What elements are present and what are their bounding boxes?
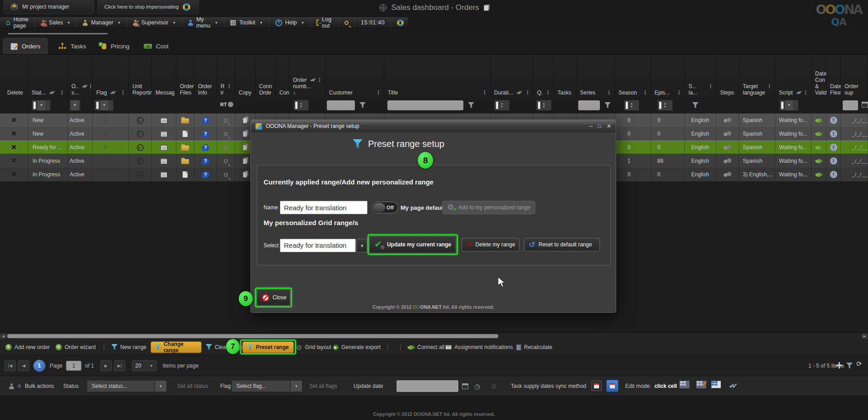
cell-dflex-row3[interactable]: !	[826, 141, 841, 154]
delete-x-icon[interactable]: ✖	[11, 116, 17, 124]
cell-dflex-row2[interactable]: !	[826, 127, 841, 141]
chevron-down-icon[interactable]: ▼	[38, 100, 45, 110]
refresh-icon[interactable]: ⟳	[856, 360, 862, 368]
alert-icon[interactable]: !	[830, 171, 837, 178]
column-menu-icon[interactable]: ⋮	[120, 90, 126, 96]
stop-impersonating-button[interactable]: Click here to stop impersonating	[98, 0, 199, 14]
new-range-button[interactable]: New range	[111, 339, 146, 355]
cell-targetlang-row3[interactable]: Spanish	[739, 141, 775, 154]
steps-icon[interactable]	[723, 118, 732, 123]
edit-mode-grid-selected-icon[interactable]	[711, 381, 721, 388]
sync-calendar-on-icon[interactable]	[606, 380, 618, 392]
maximize-icon[interactable]: □	[598, 123, 601, 129]
delete-x-icon[interactable]: ✖	[11, 130, 17, 138]
scroll-left-icon[interactable]: ◀	[0, 334, 6, 339]
clear-filters-icon[interactable]	[846, 363, 853, 369]
file-icon[interactable]	[183, 171, 188, 178]
select-status-caret[interactable]: ▼	[155, 380, 167, 392]
cell-ordersup-row5[interactable]: _/_/___	[841, 168, 868, 181]
cell-dcv-row3[interactable]	[811, 141, 826, 154]
col-header-flag[interactable]: Flag✔✔⋮	[93, 55, 129, 98]
last-page-button[interactable]: ▶|	[114, 360, 125, 371]
cell-script-row2[interactable]: Waiting fo...	[775, 127, 811, 141]
cell-sla-row4[interactable]: English	[685, 154, 717, 168]
chevron-down-icon[interactable]: ▼	[785, 100, 793, 110]
add-to-personalized-range-button[interactable]: ⚙+ Add to my personalized range	[442, 201, 535, 214]
recalculate-button[interactable]: Recalculate	[516, 339, 552, 355]
column-menu-icon[interactable]: ⋮	[376, 90, 381, 96]
cell-dcv-row2[interactable]	[811, 127, 826, 141]
alert-icon[interactable]: !	[830, 157, 837, 165]
col-header-delete[interactable]: Delete	[0, 55, 28, 98]
cell-os-row2[interactable]: Active	[68, 127, 93, 141]
cell-messages-row1[interactable]	[152, 113, 176, 127]
cell-messages-row2[interactable]	[152, 127, 176, 141]
add-new-order-button[interactable]: + Add new order	[5, 339, 50, 355]
flag-icon[interactable]: ⚐	[103, 130, 108, 137]
tab-cost[interactable]: Cost	[137, 38, 175, 54]
cell-dflex-row5[interactable]: !	[826, 168, 841, 181]
alert-icon[interactable]: !	[830, 117, 837, 124]
connect-all-button[interactable]: Connect all	[408, 339, 444, 355]
col-header-durati[interactable]: Durati...✔✔⋮	[491, 55, 533, 98]
unit-reporting-badge-icon[interactable]	[137, 117, 144, 124]
assignment-notifications-button[interactable]: Assignment notifications	[445, 339, 513, 355]
cell-status-row2[interactable]: New	[28, 127, 68, 141]
question-icon[interactable]: ?	[202, 158, 209, 165]
menu-manager[interactable]: Manager ▼	[77, 17, 127, 28]
spin-down-icon[interactable]: ▼	[630, 105, 633, 109]
cell-orderfiles-row3[interactable]	[176, 141, 194, 154]
col-header-dcv[interactable]: DateCon&Valid	[811, 55, 826, 98]
filter-funnel-icon[interactable]	[692, 102, 698, 109]
clock-icon[interactable]: ◷	[474, 376, 480, 396]
delete-x-icon[interactable]: ✖	[11, 170, 17, 179]
cell-flag-row5[interactable]: ⚐	[93, 168, 129, 181]
column-menu-icon[interactable]: ⋮	[767, 83, 772, 90]
cell-orderinfo-row5[interactable]: ?	[194, 168, 217, 181]
filter-input[interactable]	[578, 100, 600, 110]
gear-icon[interactable]: ⚙	[491, 376, 497, 396]
spin-down-icon[interactable]: ▼	[664, 105, 666, 109]
double-check-icon[interactable]: ✔✔	[796, 90, 802, 96]
col-header-connorde[interactable]: ConnOrde	[255, 55, 276, 98]
cell-status-row5[interactable]: In Progress	[28, 168, 68, 181]
column-menu-icon[interactable]: ⋮	[482, 90, 487, 96]
chevron-down-icon[interactable]: ▼	[100, 100, 108, 110]
col-header-steps[interactable]: Steps	[717, 55, 739, 98]
cell-unitrep-row2[interactable]	[129, 127, 152, 141]
messages-icon[interactable]	[160, 145, 167, 151]
filter-dropdown[interactable]: ▼	[70, 100, 80, 111]
cell-season-row1[interactable]: 0	[615, 113, 651, 127]
generate-export-button[interactable]: ▶ Generate export	[333, 339, 381, 355]
cell-targetlang-row5[interactable]: 3) English,...	[739, 168, 775, 181]
reset-to-default-range-button[interactable]: ↺ Reset to default range	[524, 238, 600, 251]
cell-script-row1[interactable]: Waiting fo...	[775, 113, 811, 127]
col-header-dflex[interactable]: DateFlexi	[826, 55, 841, 98]
question-icon[interactable]: ?	[202, 171, 209, 178]
menu-toolkit[interactable]: Toolkit ▼	[224, 17, 269, 28]
steps-icon[interactable]	[723, 158, 732, 164]
edit-mode-grid-icon[interactable]	[679, 381, 689, 388]
col-header-epis[interactable]: Epis...⋮	[651, 55, 685, 98]
range-select-dropdown[interactable]: Ready for translation	[280, 239, 356, 252]
cell-orderfiles-row4[interactable]	[176, 154, 194, 168]
copy-icon[interactable]	[243, 118, 247, 123]
question-icon[interactable]: ?	[202, 117, 209, 124]
tab-pricing[interactable]: Pricing	[93, 38, 136, 54]
prev-page-button[interactable]: ◀	[18, 360, 29, 371]
cell-targetlang-row4[interactable]: Spanish	[739, 154, 775, 168]
double-check-icon[interactable]: ✔✔	[310, 77, 316, 83]
cell-targetlang-row2[interactable]: Spanish	[739, 127, 775, 141]
cell-dcv-row4[interactable]	[811, 154, 826, 168]
spin-up-icon[interactable]: ▲	[542, 102, 545, 105]
cell-steps-row5[interactable]	[717, 168, 739, 181]
col-header-orderfiles[interactable]: OrderFiles	[176, 55, 194, 98]
messages-icon[interactable]	[160, 131, 167, 137]
magnifier-icon[interactable]	[224, 132, 228, 136]
folder-icon[interactable]	[181, 146, 189, 151]
copy-icon[interactable]	[243, 172, 247, 178]
double-check-icon[interactable]: ✔✔	[516, 90, 522, 96]
cell-season-row4[interactable]: 1	[615, 154, 651, 168]
col-header-conn[interactable]: Conn	[276, 55, 289, 98]
cell-dcv-row1[interactable]	[811, 113, 826, 127]
